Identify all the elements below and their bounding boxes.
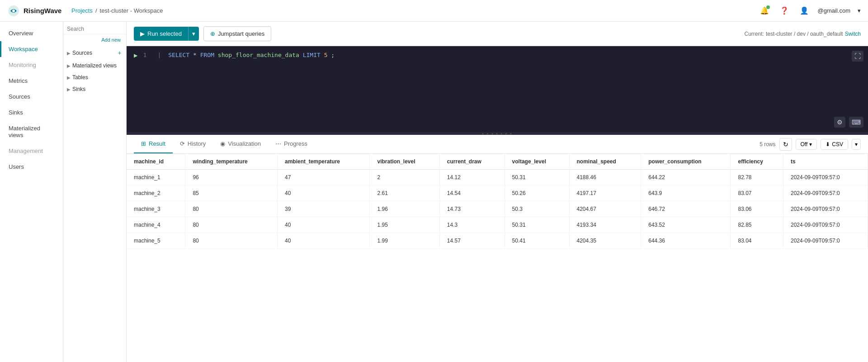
table-cell-nominal_speed: 4197.17 — [569, 186, 641, 201]
logo-text: RisingWave — [24, 7, 61, 14]
jumpstart-button[interactable]: ⊕ Jumpstart queries — [203, 26, 271, 41]
table-cell-nominal_speed: 4193.34 — [569, 217, 641, 233]
run-selected-button[interactable]: ▶ Run selected ▾ — [134, 27, 199, 41]
line-number: 1 — [143, 52, 152, 58]
sql-content: SELECT * FROM shop_floor_machine_data LI… — [168, 52, 335, 58]
table-cell-current_draw: 14.54 — [439, 186, 505, 201]
tab-progress[interactable]: ⋯ Progress — [268, 135, 315, 153]
run-selected-label[interactable]: ▶ Run selected — [134, 27, 188, 41]
add-source-icon[interactable]: ＋ — [117, 49, 123, 57]
tree-item-sinks-label: Sinks — [72, 86, 85, 92]
tree-item-sinks[interactable]: ▶ Sinks — [63, 83, 126, 95]
tree-item-sources[interactable]: ▶ Sources ＋ — [63, 46, 126, 60]
plus-circle-icon: ⊕ — [210, 30, 215, 37]
help-button[interactable]: ❓ — [778, 5, 791, 17]
results-actions: 5 rows ↻ Off ▾ ⬇ CSV ▾ — [760, 138, 861, 151]
table-cell-winding_temperature: 80 — [185, 201, 278, 217]
breadcrumb-projects[interactable]: Projects — [71, 7, 93, 14]
table-cell-power_consumption: 643.9 — [641, 186, 731, 201]
table-cell-winding_temperature: 80 — [185, 233, 278, 249]
svg-point-1 — [12, 10, 15, 12]
search-input[interactable] — [67, 26, 135, 32]
table-cell-machine_id: machine_4 — [127, 217, 185, 233]
breadcrumb-separator: / — [95, 7, 97, 14]
table-icon: ⊞ — [141, 140, 146, 147]
chevron-right-icon: ▶ — [67, 63, 71, 68]
sidebar-item-metrics[interactable]: Metrics — [0, 73, 63, 89]
table-row: machine_380391.9614.7350.34204.67646.728… — [127, 201, 868, 217]
table-cell-ts: 2024-09-09T09:57:0 — [783, 170, 868, 186]
table-cell-ambient_temperature: 40 — [278, 186, 370, 201]
table-cell-ambient_temperature: 39 — [278, 201, 370, 217]
tree-item-tables-label: Tables — [72, 74, 88, 81]
sidebar-item-sinks[interactable]: Sinks — [0, 105, 63, 120]
table-cell-nominal_speed: 4204.35 — [569, 233, 641, 249]
run-dropdown-icon[interactable]: ▾ — [188, 27, 199, 41]
table-cell-efficiency: 83.07 — [731, 186, 783, 201]
tree-sidebar: 🔍 ↻ Add new ▶ Sources ＋ ▶ Materialized v… — [63, 22, 127, 362]
settings-button[interactable]: ⚙ — [834, 117, 845, 128]
keyboard-button[interactable]: ⌨ — [849, 117, 863, 128]
table-cell-voltage_level: 50.31 — [505, 170, 569, 186]
csv-download-button[interactable]: ⬇ CSV — [821, 139, 848, 150]
table-cell-power_consumption: 643.52 — [641, 217, 731, 233]
logo-icon — [7, 5, 20, 17]
top-navigation: RisingWave Projects / test-cluster - Wor… — [0, 0, 868, 22]
sql-editor[interactable]: ▶ 1 | SELECT * FROM shop_floor_machine_d… — [127, 46, 868, 132]
tree-item-materialized-views[interactable]: ▶ Materialized views — [63, 60, 126, 71]
table-row: machine_285402.6114.5450.264197.17643.98… — [127, 186, 868, 201]
refresh-button[interactable]: ↻ — [779, 138, 792, 151]
keyword-from: FROM — [200, 52, 214, 58]
table-body: machine_19647214.1250.314188.46644.2282.… — [127, 170, 868, 249]
switch-link[interactable]: Switch — [845, 31, 861, 37]
run-line-icon[interactable]: ▶ — [134, 52, 137, 59]
sidebar-item-overview[interactable]: Overview — [0, 25, 63, 41]
col-efficiency: efficiency — [731, 154, 783, 170]
tab-visualization[interactable]: ◉ Visualization — [213, 135, 268, 153]
table-cell-winding_temperature: 96 — [185, 170, 278, 186]
table-row: machine_480401.9514.350.314193.34643.528… — [127, 217, 868, 233]
tree-section: ▶ Sources ＋ ▶ Materialized views ▶ Table… — [63, 45, 126, 96]
chevron-right-icon: ▶ — [67, 87, 71, 92]
sidebar-item-users[interactable]: Users — [0, 159, 63, 175]
auto-refresh-button[interactable]: Off ▾ — [796, 139, 817, 150]
sidebar-item-materialized-views[interactable]: Materialized views — [0, 120, 63, 143]
table-cell-current_draw: 14.73 — [439, 201, 505, 217]
tree-item-tables[interactable]: ▶ Tables — [63, 71, 126, 83]
table-cell-power_consumption: 644.36 — [641, 233, 731, 249]
col-vibration-level: vibration_level — [370, 154, 439, 170]
table-cell-nominal_speed: 4204.67 — [569, 201, 641, 217]
fullscreen-button[interactable]: ⛶ — [852, 51, 863, 62]
sidebar-item-monitoring[interactable]: Monitoring — [0, 57, 63, 73]
main-content: ▶ Run selected ▾ ⊕ Jumpstart queries Cur… — [127, 22, 868, 362]
sql-semicolon: ; — [331, 52, 335, 58]
history-icon: ⟳ — [180, 140, 185, 147]
table-cell-power_consumption: 644.22 — [641, 170, 731, 186]
sidebar-item-management[interactable]: Management — [0, 143, 63, 159]
profile-button[interactable]: 👤 — [798, 5, 811, 17]
table-row: machine_19647214.1250.314188.46644.2282.… — [127, 170, 868, 186]
tab-history[interactable]: ⟳ History — [173, 135, 213, 153]
results-table: machine_id winding_temperature ambient_t… — [127, 154, 868, 249]
table-cell-current_draw: 14.3 — [439, 217, 505, 233]
table-cell-ts: 2024-09-09T09:57:0 — [783, 233, 868, 249]
left-sidebar: Overview Workspace Monitoring Metrics So… — [0, 22, 63, 362]
table-cell-ts: 2024-09-09T09:57:0 — [783, 186, 868, 201]
user-email[interactable]: @gmail.com — [818, 7, 850, 14]
visualization-icon: ◉ — [220, 140, 225, 147]
sidebar-item-workspace[interactable]: Workspace — [0, 41, 63, 57]
more-options-button[interactable]: ▾ — [852, 139, 861, 150]
editor-topright-actions: ⛶ — [852, 51, 863, 62]
sidebar-item-sources[interactable]: Sources — [0, 89, 63, 105]
main-layout: Overview Workspace Monitoring Metrics So… — [0, 22, 868, 362]
add-new-button[interactable]: Add new — [99, 36, 123, 43]
col-nominal-speed: nominal_speed — [569, 154, 641, 170]
table-cell-machine_id: machine_1 — [127, 170, 185, 186]
results-tabs: ⊞ Result ⟳ History ◉ Visualization ⋯ Pro… — [127, 135, 868, 154]
results-panel: ⊞ Result ⟳ History ◉ Visualization ⋯ Pro… — [127, 135, 868, 362]
table-cell-current_draw: 14.57 — [439, 233, 505, 249]
tab-result[interactable]: ⊞ Result — [134, 135, 173, 153]
notification-button[interactable]: 🔔 — [758, 5, 771, 17]
dropdown-chevron-icon: ▾ — [858, 7, 861, 14]
table-cell-voltage_level: 50.31 — [505, 217, 569, 233]
